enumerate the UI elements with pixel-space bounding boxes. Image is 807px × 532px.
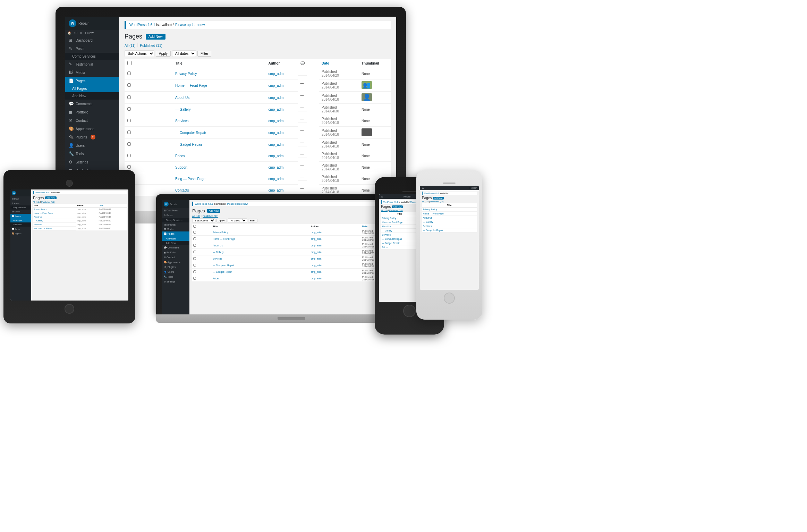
page-title-link[interactable]: About Us [175, 96, 189, 100]
filter-pub-phone2[interactable]: Published (11) [430, 201, 444, 203]
th-date[interactable]: Date [319, 59, 359, 68]
author-link[interactable]: cmp_adm [269, 154, 284, 158]
author-sm[interactable]: cmp_adm [311, 264, 322, 267]
author-sm[interactable]: cmp_adm [311, 257, 322, 260]
bulk-select-sm[interactable]: Bulk Actions [192, 218, 215, 223]
page-link-phone2[interactable]: About Us [423, 217, 432, 219]
author-sm[interactable]: cmp_adm [311, 244, 322, 247]
row-checkbox[interactable] [127, 83, 131, 87]
dates-select-sm[interactable]: All dates [228, 218, 247, 223]
page-link-ipad[interactable]: — Gallery [34, 220, 43, 222]
update-link[interactable]: WordPress 4.6.1 [129, 23, 155, 27]
row-cb-sm[interactable] [193, 237, 196, 240]
page-link-sm[interactable]: About Us [213, 244, 223, 247]
sidebar-item-add-new[interactable]: Add New [65, 92, 119, 100]
sidebar-sm-posts[interactable]: ✎ Posts [162, 213, 189, 218]
page-link-phone[interactable]: Privacy Policy [382, 217, 396, 219]
author-link[interactable]: cmp_adm [269, 166, 284, 169]
sidebar-ipad-posts[interactable]: ✎ Posts [10, 201, 31, 205]
filter-all[interactable]: All (11) [125, 43, 136, 48]
sidebar-sm-comments[interactable]: 💬 Comments [162, 245, 189, 250]
filter-all-sm[interactable]: All (11) [192, 215, 200, 217]
page-title-link[interactable]: Home — Front Page [175, 84, 207, 87]
row-cb-sm[interactable] [193, 244, 196, 247]
filter-all-phone2[interactable]: All (11) [422, 201, 428, 203]
sidebar-sm-testimonial[interactable]: Testimonial [162, 222, 189, 227]
author-link[interactable]: cmp_adm [269, 119, 284, 123]
ipad-home-button[interactable] [65, 304, 74, 314]
page-link-ipad[interactable]: Services [34, 223, 42, 226]
apply-btn-sm[interactable]: Apply [216, 219, 227, 222]
sidebar-sm-pages[interactable]: 📄 Pages [162, 231, 189, 236]
th-date-ipad[interactable]: Date [98, 204, 127, 208]
row-cb-sm[interactable] [193, 251, 196, 253]
page-link-sm[interactable]: — Gadget Repair [213, 271, 231, 273]
bulk-actions-select[interactable]: Bulk Actions [125, 50, 154, 57]
author-link[interactable]: cmp_adm [269, 72, 284, 76]
sidebar-item-portfolio[interactable]: ◼ Portfolio [65, 108, 119, 116]
row-checkbox[interactable] [127, 119, 131, 122]
author-link[interactable]: cmp_adm [269, 96, 284, 100]
sidebar-item-contact[interactable]: ✉ Contact [65, 116, 119, 125]
author-sm[interactable]: cmp_adm [311, 251, 322, 253]
sidebar-item-plugins[interactable]: 🔌 Plugins 2 [65, 133, 119, 141]
row-checkbox[interactable] [127, 154, 131, 157]
filter-btn-sm[interactable]: Filter [248, 219, 258, 222]
toolbar-comments[interactable]: 0 [80, 31, 82, 35]
row-checkbox[interactable] [127, 165, 131, 169]
page-link-phone[interactable]: — Computer Repair [382, 238, 402, 240]
sidebar-sm-dashboard[interactable]: ⊞ Dashboard [162, 208, 189, 213]
filter-all-ipad[interactable]: All (11) [33, 201, 40, 203]
add-new-phone[interactable]: Add New [392, 205, 402, 208]
page-title-link[interactable]: Blog — Posts Page [175, 177, 205, 181]
sidebar-sm-comp-services[interactable]: Comp Services [162, 218, 189, 222]
row-cb-sm[interactable] [193, 264, 196, 267]
update-now-sm[interactable]: Please update now. [227, 203, 248, 205]
filter-all-phone[interactable]: All (11) [381, 209, 388, 211]
filter-button[interactable]: Filter [197, 51, 211, 57]
sidebar-ipad-add-new[interactable]: Add New [10, 222, 31, 227]
page-link-phone[interactable]: — Gadget Repair [382, 242, 400, 244]
update-now-link[interactable]: Please update now. [175, 23, 205, 27]
page-link-sm[interactable]: — Computer Repair [213, 264, 234, 267]
sidebar-ipad-all-pages[interactable]: All Pages [10, 218, 31, 222]
sidebar-item-pages[interactable]: 📄 Pages [65, 77, 119, 85]
sidebar-sm-contact[interactable]: ✉ Contact [162, 255, 189, 260]
author-sm[interactable]: cmp_adm [311, 231, 322, 234]
page-link-ipad[interactable]: About Us [34, 216, 42, 218]
add-new-phone2[interactable]: Add New [433, 197, 443, 200]
sidebar-ipad-media[interactable]: 🖼 Media [10, 210, 31, 214]
page-title-link[interactable]: Prices [175, 154, 185, 158]
page-link-phone[interactable]: Services [382, 234, 391, 236]
page-link-sm[interactable]: Prices [213, 277, 219, 280]
page-link-ipad[interactable]: Privacy Policy [34, 208, 46, 210]
sidebar-sm-add-new[interactable]: Add New [162, 241, 189, 245]
page-title-link[interactable]: — Gallery [175, 108, 190, 111]
update-link-ipad[interactable]: WordPress 4.6.1 [35, 192, 51, 194]
author-sm[interactable]: cmp_adm [311, 238, 322, 240]
author-sm[interactable]: cmp_adm [311, 277, 322, 280]
row-cb-sm[interactable] [193, 277, 196, 280]
sidebar-item-users[interactable]: 👤 Users [65, 141, 119, 150]
sidebar-item-media[interactable]: 🖼 Media [65, 68, 119, 77]
sidebar-sm-tools[interactable]: 🔧 Tools [162, 275, 189, 279]
page-link-ipad[interactable]: Home — Front Page [34, 212, 53, 214]
author-link[interactable]: cmp_adm [269, 188, 284, 192]
row-checkbox[interactable] [127, 95, 131, 99]
sidebar-item-all-pages[interactable]: All Pages [65, 85, 119, 92]
filter-published-sm[interactable]: Published (11) [203, 215, 218, 217]
sidebar-item-tools[interactable]: 🔧 Tools [65, 150, 119, 158]
wp-update-phone[interactable]: WordPress 4.6.1 [383, 201, 398, 203]
all-dates-select[interactable]: All dates [172, 50, 196, 57]
page-link-phone2[interactable]: — Gallery [423, 221, 433, 223]
author-link[interactable]: cmp_adm [269, 131, 284, 135]
sidebar-item-posts[interactable]: ✎ Posts [65, 44, 119, 53]
phone-dark-home-button[interactable] [403, 305, 416, 317]
row-cb-sm[interactable] [193, 231, 196, 234]
sidebar-sm-users[interactable]: 👤 Users [162, 270, 189, 275]
page-link-phone2[interactable]: Home — Front Page [423, 212, 444, 215]
toolbar-home[interactable]: 🏠 [67, 31, 71, 35]
filter-pub-ipad[interactable]: Published (11) [41, 201, 55, 203]
page-link-phone2[interactable]: Services [423, 225, 432, 227]
apply-button[interactable]: Apply [156, 51, 171, 57]
